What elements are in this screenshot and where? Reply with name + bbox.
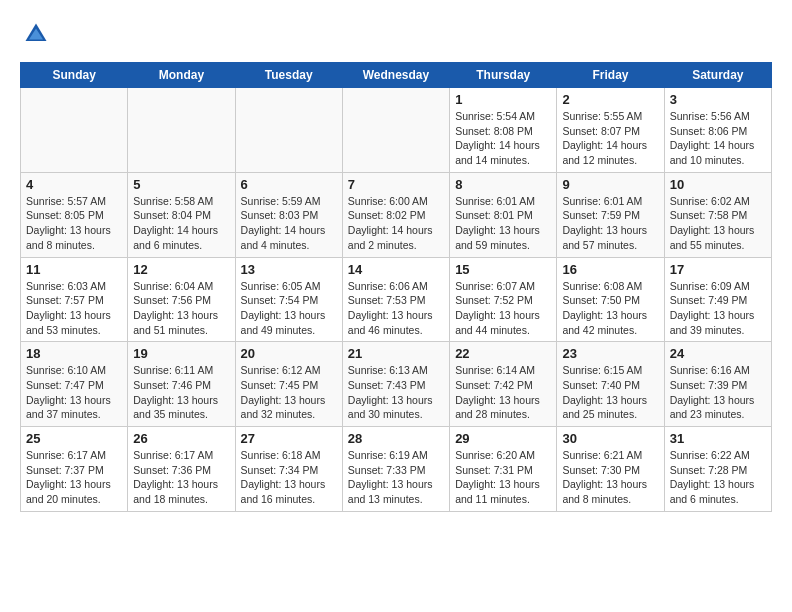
day-cell-26: 26Sunrise: 6:17 AMSunset: 7:36 PMDayligh…: [128, 427, 235, 512]
day-cell-20: 20Sunrise: 6:12 AMSunset: 7:45 PMDayligh…: [235, 342, 342, 427]
day-info: Sunrise: 5:58 AMSunset: 8:04 PMDaylight:…: [133, 194, 229, 253]
day-cell-30: 30Sunrise: 6:21 AMSunset: 7:30 PMDayligh…: [557, 427, 664, 512]
day-info: Sunrise: 6:08 AMSunset: 7:50 PMDaylight:…: [562, 279, 658, 338]
day-cell-14: 14Sunrise: 6:06 AMSunset: 7:53 PMDayligh…: [342, 257, 449, 342]
calendar-table: SundayMondayTuesdayWednesdayThursdayFrid…: [20, 62, 772, 512]
day-number: 20: [241, 346, 337, 361]
day-cell-1: 1Sunrise: 5:54 AMSunset: 8:08 PMDaylight…: [450, 88, 557, 173]
day-cell-3: 3Sunrise: 5:56 AMSunset: 8:06 PMDaylight…: [664, 88, 771, 173]
day-cell-13: 13Sunrise: 6:05 AMSunset: 7:54 PMDayligh…: [235, 257, 342, 342]
day-info: Sunrise: 6:13 AMSunset: 7:43 PMDaylight:…: [348, 363, 444, 422]
day-cell-27: 27Sunrise: 6:18 AMSunset: 7:34 PMDayligh…: [235, 427, 342, 512]
day-cell-15: 15Sunrise: 6:07 AMSunset: 7:52 PMDayligh…: [450, 257, 557, 342]
day-cell-21: 21Sunrise: 6:13 AMSunset: 7:43 PMDayligh…: [342, 342, 449, 427]
day-number: 7: [348, 177, 444, 192]
day-cell-9: 9Sunrise: 6:01 AMSunset: 7:59 PMDaylight…: [557, 172, 664, 257]
weekday-header-row: SundayMondayTuesdayWednesdayThursdayFrid…: [21, 63, 772, 88]
day-info: Sunrise: 6:03 AMSunset: 7:57 PMDaylight:…: [26, 279, 122, 338]
empty-cell: [342, 88, 449, 173]
day-info: Sunrise: 6:02 AMSunset: 7:58 PMDaylight:…: [670, 194, 766, 253]
empty-cell: [21, 88, 128, 173]
day-number: 18: [26, 346, 122, 361]
page-header: [20, 20, 772, 52]
weekday-saturday: Saturday: [664, 63, 771, 88]
day-info: Sunrise: 6:05 AMSunset: 7:54 PMDaylight:…: [241, 279, 337, 338]
day-cell-11: 11Sunrise: 6:03 AMSunset: 7:57 PMDayligh…: [21, 257, 128, 342]
week-row-2: 4Sunrise: 5:57 AMSunset: 8:05 PMDaylight…: [21, 172, 772, 257]
day-cell-31: 31Sunrise: 6:22 AMSunset: 7:28 PMDayligh…: [664, 427, 771, 512]
weekday-monday: Monday: [128, 63, 235, 88]
day-info: Sunrise: 6:17 AMSunset: 7:37 PMDaylight:…: [26, 448, 122, 507]
day-cell-2: 2Sunrise: 5:55 AMSunset: 8:07 PMDaylight…: [557, 88, 664, 173]
day-number: 9: [562, 177, 658, 192]
day-number: 29: [455, 431, 551, 446]
day-cell-4: 4Sunrise: 5:57 AMSunset: 8:05 PMDaylight…: [21, 172, 128, 257]
day-info: Sunrise: 6:20 AMSunset: 7:31 PMDaylight:…: [455, 448, 551, 507]
day-info: Sunrise: 6:22 AMSunset: 7:28 PMDaylight:…: [670, 448, 766, 507]
day-cell-23: 23Sunrise: 6:15 AMSunset: 7:40 PMDayligh…: [557, 342, 664, 427]
day-number: 21: [348, 346, 444, 361]
day-info: Sunrise: 6:19 AMSunset: 7:33 PMDaylight:…: [348, 448, 444, 507]
day-cell-19: 19Sunrise: 6:11 AMSunset: 7:46 PMDayligh…: [128, 342, 235, 427]
day-info: Sunrise: 5:57 AMSunset: 8:05 PMDaylight:…: [26, 194, 122, 253]
day-number: 17: [670, 262, 766, 277]
weekday-tuesday: Tuesday: [235, 63, 342, 88]
day-number: 15: [455, 262, 551, 277]
day-cell-28: 28Sunrise: 6:19 AMSunset: 7:33 PMDayligh…: [342, 427, 449, 512]
day-cell-25: 25Sunrise: 6:17 AMSunset: 7:37 PMDayligh…: [21, 427, 128, 512]
day-info: Sunrise: 6:16 AMSunset: 7:39 PMDaylight:…: [670, 363, 766, 422]
day-number: 1: [455, 92, 551, 107]
day-info: Sunrise: 6:21 AMSunset: 7:30 PMDaylight:…: [562, 448, 658, 507]
weekday-friday: Friday: [557, 63, 664, 88]
day-info: Sunrise: 6:18 AMSunset: 7:34 PMDaylight:…: [241, 448, 337, 507]
day-info: Sunrise: 5:55 AMSunset: 8:07 PMDaylight:…: [562, 109, 658, 168]
day-cell-18: 18Sunrise: 6:10 AMSunset: 7:47 PMDayligh…: [21, 342, 128, 427]
day-number: 4: [26, 177, 122, 192]
day-cell-29: 29Sunrise: 6:20 AMSunset: 7:31 PMDayligh…: [450, 427, 557, 512]
day-number: 22: [455, 346, 551, 361]
day-number: 25: [26, 431, 122, 446]
day-number: 12: [133, 262, 229, 277]
logo-icon: [22, 20, 50, 48]
day-info: Sunrise: 5:56 AMSunset: 8:06 PMDaylight:…: [670, 109, 766, 168]
day-number: 3: [670, 92, 766, 107]
day-cell-17: 17Sunrise: 6:09 AMSunset: 7:49 PMDayligh…: [664, 257, 771, 342]
day-number: 13: [241, 262, 337, 277]
day-info: Sunrise: 6:12 AMSunset: 7:45 PMDaylight:…: [241, 363, 337, 422]
empty-cell: [128, 88, 235, 173]
week-row-4: 18Sunrise: 6:10 AMSunset: 7:47 PMDayligh…: [21, 342, 772, 427]
day-number: 6: [241, 177, 337, 192]
day-info: Sunrise: 6:10 AMSunset: 7:47 PMDaylight:…: [26, 363, 122, 422]
week-row-3: 11Sunrise: 6:03 AMSunset: 7:57 PMDayligh…: [21, 257, 772, 342]
day-cell-8: 8Sunrise: 6:01 AMSunset: 8:01 PMDaylight…: [450, 172, 557, 257]
day-number: 30: [562, 431, 658, 446]
weekday-wednesday: Wednesday: [342, 63, 449, 88]
day-number: 10: [670, 177, 766, 192]
week-row-5: 25Sunrise: 6:17 AMSunset: 7:37 PMDayligh…: [21, 427, 772, 512]
day-cell-12: 12Sunrise: 6:04 AMSunset: 7:56 PMDayligh…: [128, 257, 235, 342]
day-number: 14: [348, 262, 444, 277]
day-number: 5: [133, 177, 229, 192]
day-info: Sunrise: 6:11 AMSunset: 7:46 PMDaylight:…: [133, 363, 229, 422]
day-cell-24: 24Sunrise: 6:16 AMSunset: 7:39 PMDayligh…: [664, 342, 771, 427]
day-cell-22: 22Sunrise: 6:14 AMSunset: 7:42 PMDayligh…: [450, 342, 557, 427]
day-number: 11: [26, 262, 122, 277]
day-info: Sunrise: 6:04 AMSunset: 7:56 PMDaylight:…: [133, 279, 229, 338]
day-info: Sunrise: 6:06 AMSunset: 7:53 PMDaylight:…: [348, 279, 444, 338]
day-cell-16: 16Sunrise: 6:08 AMSunset: 7:50 PMDayligh…: [557, 257, 664, 342]
day-cell-5: 5Sunrise: 5:58 AMSunset: 8:04 PMDaylight…: [128, 172, 235, 257]
day-number: 19: [133, 346, 229, 361]
day-number: 26: [133, 431, 229, 446]
day-cell-6: 6Sunrise: 5:59 AMSunset: 8:03 PMDaylight…: [235, 172, 342, 257]
week-row-1: 1Sunrise: 5:54 AMSunset: 8:08 PMDaylight…: [21, 88, 772, 173]
day-info: Sunrise: 6:14 AMSunset: 7:42 PMDaylight:…: [455, 363, 551, 422]
day-number: 2: [562, 92, 658, 107]
day-number: 28: [348, 431, 444, 446]
day-cell-7: 7Sunrise: 6:00 AMSunset: 8:02 PMDaylight…: [342, 172, 449, 257]
day-number: 23: [562, 346, 658, 361]
day-cell-10: 10Sunrise: 6:02 AMSunset: 7:58 PMDayligh…: [664, 172, 771, 257]
weekday-thursday: Thursday: [450, 63, 557, 88]
logo: [20, 20, 50, 52]
day-info: Sunrise: 6:09 AMSunset: 7:49 PMDaylight:…: [670, 279, 766, 338]
day-number: 31: [670, 431, 766, 446]
